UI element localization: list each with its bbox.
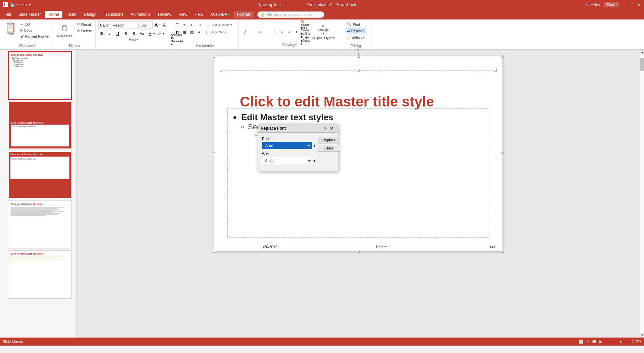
view-slideshow-icon[interactable]: ▶ bbox=[599, 340, 602, 344]
title-handle-br[interactable] bbox=[494, 69, 497, 72]
font-name-input[interactable] bbox=[98, 21, 139, 29]
menu-animations[interactable]: Animations bbox=[127, 11, 154, 18]
view-normal-icon[interactable]: ⬜ bbox=[579, 340, 584, 344]
slide-thumb-2[interactable]: Click to edit Master title style Click t… bbox=[8, 101, 72, 149]
rotation-handle[interactable]: ↻ bbox=[356, 50, 361, 56]
replace-select[interactable]: Arial bbox=[262, 142, 312, 149]
new-slide-button[interactable]: 🗒 New Slide ▾ bbox=[56, 21, 74, 39]
new-slide-chevron[interactable]: ▾ bbox=[71, 34, 73, 38]
slide-thumb-1[interactable]: Click to edit Master title style • Edit … bbox=[8, 51, 72, 100]
scroll-up-button[interactable]: ▲ bbox=[640, 50, 644, 54]
shadow-button[interactable]: S bbox=[130, 30, 137, 37]
quick-access-save[interactable]: 💾 bbox=[10, 3, 15, 7]
shape-parallelogram[interactable]: ▱ bbox=[286, 29, 292, 35]
dialog-close-button[interactable]: ✕ bbox=[328, 125, 335, 132]
menu-insert[interactable]: Insert bbox=[63, 11, 80, 18]
menu-transitions[interactable]: Transitions bbox=[100, 11, 126, 18]
menu-format[interactable]: Format bbox=[233, 11, 254, 18]
with-dropdown-icon[interactable]: ▾ bbox=[314, 159, 315, 163]
clipboard-expand-icon[interactable]: ▾ bbox=[34, 44, 36, 48]
scroll-down-button[interactable]: ▼ bbox=[640, 333, 644, 338]
justify-button[interactable]: ≡ bbox=[196, 29, 203, 36]
strikethrough-button[interactable]: S bbox=[122, 30, 129, 37]
minimize-button[interactable]: — bbox=[622, 2, 627, 7]
quick-styles-button[interactable]: ◱ Quick Styles ▾ bbox=[311, 36, 336, 40]
delete-button[interactable]: ✕ Delete bbox=[75, 28, 93, 34]
copy-button[interactable]: ⎘ Copy bbox=[19, 28, 51, 33]
decrease-font-button[interactable]: A↓ bbox=[162, 22, 169, 29]
slide-thumb-3[interactable]: Click to edit Master title style • Click… bbox=[8, 151, 72, 199]
handle-tl[interactable] bbox=[213, 55, 215, 58]
underline-button[interactable]: U bbox=[114, 30, 121, 37]
shape-diamond[interactable]: ◇ bbox=[271, 29, 278, 35]
slide-thumb-4[interactable]: Click to edit Master title style bbox=[8, 201, 72, 249]
with-select[interactable]: Abadi bbox=[262, 157, 312, 164]
replace-dropdown-icon[interactable]: ▾ bbox=[314, 144, 315, 147]
quick-access-redo[interactable]: ↷ bbox=[20, 3, 23, 7]
shape-rounded-rect[interactable]: ▢ bbox=[264, 29, 270, 35]
slides-expand-icon[interactable]: ▾ bbox=[79, 44, 80, 48]
increase-indent-button[interactable]: ⇥ bbox=[196, 21, 203, 28]
columns-button[interactable]: ⋮ bbox=[203, 21, 210, 28]
slide-thumb-5[interactable]: Click to edit Master title style bbox=[8, 250, 72, 299]
select-button[interactable]: ⬚ Select ▾ bbox=[345, 34, 366, 40]
share-button[interactable]: Share bbox=[604, 2, 619, 7]
convert-smartart-button[interactable]: Convert to SmartArt ▾ bbox=[174, 36, 180, 43]
close-button[interactable]: Close bbox=[318, 145, 340, 151]
line-spacing-button[interactable]: ↕ bbox=[203, 29, 210, 36]
menu-review[interactable]: Review bbox=[155, 11, 174, 18]
arrange-button[interactable]: ⧉ Arrange ▾ bbox=[317, 24, 330, 36]
footer-date[interactable]: 1/20/2019 bbox=[214, 242, 281, 251]
footer-text[interactable]: Footer bbox=[281, 242, 482, 251]
view-slide-sorter-icon[interactable]: ⊞ bbox=[586, 340, 589, 344]
menu-design[interactable]: Design bbox=[80, 11, 100, 18]
menu-help[interactable]: Help bbox=[191, 11, 206, 18]
vertical-scrollbar[interactable]: ▲ ▼ bbox=[640, 50, 644, 338]
title-box[interactable]: Click to edit Master title style bbox=[221, 70, 496, 71]
format-painter-button[interactable]: 🖌 Format Painter bbox=[19, 34, 51, 39]
paragraph-expand-icon[interactable]: ▾ bbox=[212, 44, 214, 47]
shape-effects-button[interactable]: ✦ Shape Effects ▾ bbox=[302, 36, 309, 42]
increase-font-button[interactable]: A↑ bbox=[154, 22, 161, 29]
find-button[interactable]: 🔍 Find bbox=[345, 21, 366, 27]
font-color-button[interactable]: A bbox=[147, 30, 153, 37]
italic-button[interactable]: I bbox=[106, 30, 113, 37]
menu-file[interactable]: File bbox=[1, 11, 14, 18]
drawing-expand-icon[interactable]: ▾ bbox=[295, 43, 297, 47]
footer-page[interactable]: <#> bbox=[482, 242, 502, 251]
bold-button[interactable]: B bbox=[98, 30, 105, 37]
handle-ml[interactable] bbox=[213, 152, 215, 155]
reset-button[interactable]: ↺ Reset bbox=[75, 21, 93, 27]
quick-access-present[interactable]: ▷ bbox=[25, 3, 28, 7]
slide-canvas[interactable]: ↻ Click to edit Master title style bbox=[214, 56, 502, 251]
scroll-thumb[interactable] bbox=[640, 58, 644, 71]
font-color-chevron[interactable]: ▾ bbox=[153, 32, 155, 35]
replace-button[interactable]: ⇄ Replace bbox=[345, 28, 366, 34]
highlight-color-button[interactable]: 🖊 bbox=[156, 30, 163, 37]
cut-button[interactable]: ✂ Cut bbox=[19, 21, 51, 27]
shape-rect[interactable]: □ bbox=[256, 29, 263, 35]
font-expand-icon[interactable]: ▾ bbox=[137, 38, 138, 41]
shape-line[interactable]: ╱ bbox=[241, 29, 248, 35]
handle-tr[interactable] bbox=[501, 55, 504, 58]
view-reading-icon[interactable]: 📖 bbox=[592, 340, 597, 344]
change-case-button[interactable]: Aa bbox=[139, 30, 145, 37]
menu-slide-master[interactable]: Slide Master bbox=[15, 11, 44, 18]
restore-button[interactable]: ❐ bbox=[629, 2, 634, 7]
highlight-chevron[interactable]: ▾ bbox=[163, 32, 164, 35]
align-right-button[interactable]: ▧ bbox=[189, 29, 195, 36]
handle-mr[interactable] bbox=[501, 152, 504, 155]
close-button[interactable]: ✕ bbox=[637, 2, 641, 7]
menu-acrobat[interactable]: ACROBAT bbox=[207, 11, 233, 18]
paste-button[interactable]: 📋 Paste bbox=[3, 21, 18, 37]
replace-button[interactable]: Replace bbox=[318, 137, 340, 143]
decrease-indent-button[interactable]: ⇤ bbox=[189, 21, 195, 28]
quick-access-more[interactable]: ▾ bbox=[29, 3, 31, 7]
quick-access-undo[interactable]: ↶ bbox=[16, 3, 19, 7]
menu-home[interactable]: Home bbox=[45, 11, 62, 18]
title-handle-bl[interactable] bbox=[220, 69, 222, 72]
zoom-slider[interactable]: ————●—— bbox=[605, 340, 629, 344]
shape-arrow[interactable]: → bbox=[249, 29, 256, 35]
tell-me-input[interactable]: 💡 Tell me what you want to do bbox=[257, 11, 324, 18]
shape-more[interactable]: ▾ bbox=[293, 29, 300, 35]
